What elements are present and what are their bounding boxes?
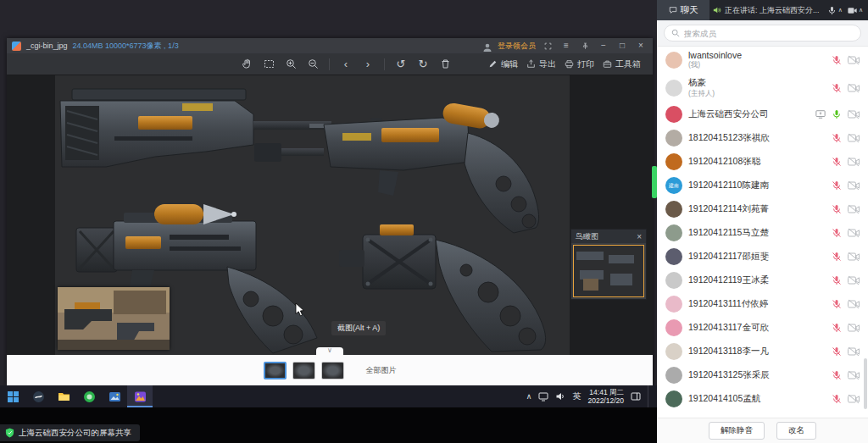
- member-row[interactable]: 19120413125张采辰: [657, 363, 868, 387]
- mic-icon[interactable]: [832, 180, 842, 191]
- membership-badge[interactable]: 登录领会员: [498, 41, 536, 52]
- export-button[interactable]: 导出: [526, 58, 556, 70]
- mic-icon[interactable]: [832, 204, 842, 214]
- minimize-button[interactable]: −: [597, 38, 610, 53]
- member-row[interactable]: 19120412108张聪: [657, 150, 868, 174]
- search-input[interactable]: [684, 29, 854, 38]
- mic-toggle-icon[interactable]: [827, 6, 837, 15]
- tab-chat[interactable]: 聊天: [657, 0, 709, 20]
- next-image-button[interactable]: ›: [359, 56, 377, 73]
- viewer-canvas[interactable]: 截图(Alt + A): [7, 75, 653, 355]
- camera-icon[interactable]: [848, 299, 860, 309]
- mic-icon[interactable]: [832, 370, 842, 380]
- zoom-out-icon[interactable]: [303, 56, 322, 73]
- camera-icon[interactable]: [848, 157, 860, 167]
- member-row[interactable]: 19120413117金可欣: [657, 316, 868, 340]
- filmstrip-thumb[interactable]: [292, 362, 315, 379]
- camera-icon[interactable]: [848, 55, 860, 65]
- print-button[interactable]: 打印: [565, 58, 594, 70]
- mic-options-chevron[interactable]: ∧: [838, 7, 843, 14]
- all-images-label[interactable]: 全部图片: [366, 365, 397, 376]
- viewer-filename: _cgi-bin_jpg: [26, 42, 68, 50]
- camera-icon[interactable]: [848, 109, 860, 119]
- camera-icon[interactable]: [848, 83, 860, 93]
- camera-options-chevron[interactable]: ∧: [859, 7, 863, 14]
- filmstrip-thumb[interactable]: [321, 362, 344, 379]
- delete-button[interactable]: [436, 56, 454, 73]
- browser-icon[interactable]: [76, 385, 102, 407]
- camera-icon[interactable]: [848, 204, 860, 214]
- speaking-indicator[interactable]: 正在讲话: 上海云础西安分...: [709, 0, 822, 20]
- camera-icon[interactable]: [848, 252, 860, 262]
- fullscreen-button[interactable]: [541, 38, 554, 53]
- member-row[interactable]: 19120412117邵姮斐: [657, 245, 868, 269]
- mic-icon[interactable]: [832, 55, 842, 65]
- collapse-filmstrip-button[interactable]: ∨: [316, 347, 343, 355]
- rotate-left-button[interactable]: ↺: [392, 56, 410, 73]
- member-row[interactable]: 建南 19120412110陈建南: [657, 174, 868, 197]
- camera-icon[interactable]: [848, 133, 860, 143]
- mic-icon[interactable]: [832, 228, 842, 238]
- member-row[interactable]: 19120412115马立楚: [657, 221, 868, 245]
- edit-button[interactable]: 编辑: [488, 58, 518, 70]
- pin-button[interactable]: [578, 38, 592, 53]
- language-indicator[interactable]: 英: [572, 390, 581, 402]
- select-tool-icon[interactable]: [259, 56, 278, 73]
- member-row[interactable]: 19120413118李一凡: [657, 340, 868, 363]
- mic-icon[interactable]: [832, 133, 842, 143]
- member-row[interactable]: 19120412114刘苑菁: [657, 197, 868, 221]
- zoom-in-icon[interactable]: [281, 56, 300, 73]
- camera-icon[interactable]: [848, 228, 860, 238]
- clock[interactable]: 14:41 周二 2022/12/20: [587, 388, 624, 405]
- viewer-titlebar[interactable]: _cgi-bin_jpg 24.04MB 10000*6773像素 , 1/3 …: [7, 38, 653, 53]
- mic-icon[interactable]: [832, 394, 842, 404]
- show-desktop-button[interactable]: [648, 385, 652, 407]
- notification-center-icon[interactable]: [631, 391, 641, 401]
- mic-icon[interactable]: [832, 252, 842, 262]
- unmute-button[interactable]: 解除静音: [709, 422, 765, 440]
- mic-icon[interactable]: [832, 275, 842, 285]
- network-icon[interactable]: [538, 391, 548, 401]
- menu-button[interactable]: ≡: [559, 38, 573, 53]
- mic-icon[interactable]: [832, 323, 842, 333]
- filmstrip-thumb[interactable]: [264, 362, 287, 379]
- camera-toggle-icon[interactable]: [848, 6, 857, 15]
- maximize-button[interactable]: □: [615, 38, 629, 53]
- member-row[interactable]: 杨豪 (主持人): [657, 74, 868, 102]
- mic-icon[interactable]: [832, 157, 842, 167]
- camera-icon[interactable]: [848, 370, 860, 380]
- scrollbar-thumb[interactable]: [864, 358, 867, 409]
- camera-icon[interactable]: [848, 275, 860, 285]
- camera-icon[interactable]: [848, 323, 860, 333]
- hand-tool-icon[interactable]: [237, 56, 256, 73]
- birdview-map[interactable]: [571, 243, 646, 299]
- rename-button[interactable]: 改名: [776, 422, 816, 440]
- prev-image-button[interactable]: ‹: [337, 56, 355, 73]
- member-row[interactable]: 19120413111付依婷: [657, 292, 868, 316]
- image-viewer-taskbar-icon[interactable]: [127, 385, 153, 407]
- photos-app-icon[interactable]: [102, 385, 127, 407]
- start-button[interactable]: [0, 385, 25, 407]
- tray-expand-icon[interactable]: ∧: [526, 392, 532, 401]
- mic-icon[interactable]: [832, 299, 842, 309]
- taskbar-app-icon-1[interactable]: [25, 385, 51, 407]
- volume-icon[interactable]: [555, 391, 565, 401]
- mic-icon[interactable]: [832, 83, 842, 93]
- mic-icon[interactable]: [832, 346, 842, 357]
- birdview-panel[interactable]: 鸟瞰图 ×: [570, 229, 647, 300]
- file-explorer-icon[interactable]: [51, 385, 76, 407]
- toolbox-button[interactable]: 工具箱: [603, 58, 641, 70]
- user-avatar-icon[interactable]: [482, 41, 492, 51]
- camera-icon[interactable]: [848, 180, 860, 191]
- rotate-right-button[interactable]: ↻: [414, 56, 432, 73]
- birdview-close-icon[interactable]: ×: [637, 232, 642, 241]
- mic-icon[interactable]: [832, 109, 842, 119]
- member-row[interactable]: 上海云础西安分公司: [657, 102, 868, 126]
- camera-icon[interactable]: [848, 394, 860, 404]
- close-button[interactable]: ×: [634, 38, 648, 53]
- member-row[interactable]: lwantsoinlove (我): [657, 47, 868, 74]
- camera-icon[interactable]: [848, 346, 860, 357]
- member-row[interactable]: 19120412119王冰柔: [657, 269, 868, 292]
- member-row[interactable]: 19120414105孟航: [657, 387, 868, 411]
- member-row[interactable]: 18120415123张祺欣: [657, 126, 868, 150]
